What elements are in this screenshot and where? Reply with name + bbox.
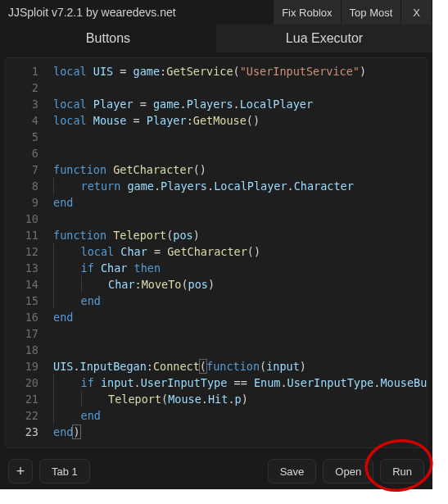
top-most-button[interactable]: Top Most bbox=[342, 0, 402, 25]
save-button[interactable]: Save bbox=[268, 459, 317, 484]
close-button[interactable]: X bbox=[401, 0, 432, 25]
code-content[interactable]: local UIS = game:GetService("UserInputSe… bbox=[50, 58, 427, 447]
tab-lua-executor[interactable]: Lua Executor bbox=[216, 25, 432, 52]
open-button[interactable]: Open bbox=[323, 459, 373, 484]
code-editor[interactable]: 1234567891011121314151617181920212223 lo… bbox=[5, 57, 428, 448]
titlebar-buttons: Fix Roblox Top Most X bbox=[274, 0, 432, 25]
script-tab-1[interactable]: Tab 1 bbox=[39, 459, 90, 484]
bottom-bar: + Tab 1 Save Open Run bbox=[0, 453, 432, 489]
tab-buttons[interactable]: Buttons bbox=[0, 25, 216, 52]
fix-roblox-button[interactable]: Fix Roblox bbox=[274, 0, 341, 25]
titlebar: JJSploit v7.2.1 by wearedevs.net Fix Rob… bbox=[0, 0, 432, 25]
main-tabs: Buttons Lua Executor bbox=[0, 25, 432, 52]
line-gutter: 1234567891011121314151617181920212223 bbox=[6, 58, 50, 447]
run-button[interactable]: Run bbox=[380, 459, 424, 484]
add-tab-button[interactable]: + bbox=[8, 459, 33, 484]
app-title: JJSploit v7.2.1 by wearedevs.net bbox=[8, 6, 274, 19]
app-window: JJSploit v7.2.1 by wearedevs.net Fix Rob… bbox=[0, 0, 432, 489]
